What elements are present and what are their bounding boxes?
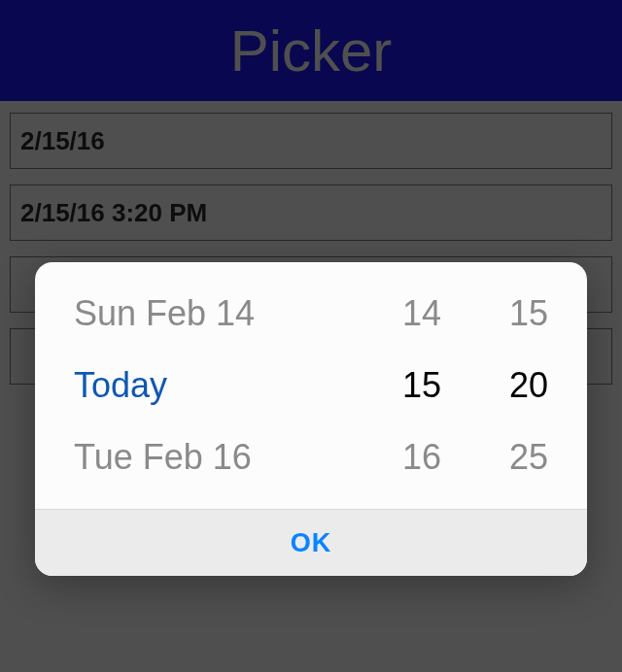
date-wheel-prev: Sun Feb 14 xyxy=(74,278,255,350)
hour-wheel-next: 16 xyxy=(402,421,441,493)
minute-wheel[interactable]: 15 20 25 xyxy=(441,278,548,493)
hour-wheel[interactable]: 14 15 16 xyxy=(334,278,441,493)
picker-wheels: Sun Feb 14 Today Tue Feb 16 14 15 16 15 … xyxy=(35,262,587,509)
minute-wheel-next: 25 xyxy=(509,421,548,493)
date-wheel[interactable]: Sun Feb 14 Today Tue Feb 16 xyxy=(74,278,334,493)
date-wheel-selected: Today xyxy=(74,350,167,421)
hour-wheel-prev: 14 xyxy=(402,278,441,350)
minute-wheel-selected: 20 xyxy=(509,350,548,421)
hour-wheel-selected: 15 xyxy=(402,350,441,421)
datetime-picker-sheet: Sun Feb 14 Today Tue Feb 16 14 15 16 15 … xyxy=(35,262,587,576)
date-wheel-next: Tue Feb 16 xyxy=(74,421,252,493)
picker-action-bar: OK xyxy=(35,509,587,576)
minute-wheel-prev: 15 xyxy=(509,278,548,350)
ok-button[interactable]: OK xyxy=(285,527,338,559)
